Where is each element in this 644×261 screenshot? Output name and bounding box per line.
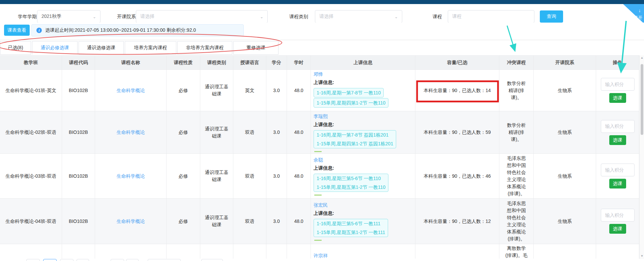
select-course-button[interactable]: 选课: [609, 179, 626, 188]
teacher-link[interactable]: 邓怿: [314, 71, 323, 78]
course-code-cell: [62, 244, 95, 259]
chevron-down-icon: ⌄: [260, 14, 263, 19]
pagination-button[interactable]: [77, 259, 89, 261]
scrollbar-thumb[interactable]: [641, 64, 643, 135]
category-placeholder: 请选择: [319, 13, 333, 20]
tab-2[interactable]: 通识必修选课: [32, 41, 78, 55]
schedule-line: 1-15单周,星期五第1-2节 一教111: [317, 228, 385, 237]
class-name-cell: 生命科学概论-04班-双语: [0, 199, 62, 244]
course-code-cell: BIO102B: [62, 199, 95, 244]
action-cell: [596, 244, 639, 259]
ribbon-label: 展开: [634, 15, 642, 20]
column-header-course-nature: 课程性质: [167, 56, 200, 70]
course-category-cell: 通识理工基础课: [200, 111, 233, 154]
search-button[interactable]: 查询: [540, 10, 563, 23]
conflict-cell: 毛泽东思想和中国特色社会主义理论体系概论(排课)。: [499, 199, 534, 244]
tab-5[interactable]: 非培养方案内课程: [177, 41, 232, 55]
table-row: 生命科学概论-01班-英文BIO102B生命科学概论必修通识理工基础课英文3.0…: [0, 70, 639, 111]
language-cell: [233, 244, 266, 259]
score-input[interactable]: 输入积分: [601, 78, 635, 91]
schedule-label: 上课信息:: [314, 165, 334, 172]
score-input[interactable]: 输入积分: [601, 120, 635, 133]
score-input[interactable]: 输入积分: [601, 209, 635, 222]
credits-cell: [266, 244, 287, 259]
course-name-cell: 生命科学概论: [95, 199, 167, 244]
credits-cell: 3.0: [266, 111, 287, 154]
scroll-up-icon[interactable]: ▲: [640, 56, 644, 59]
course-input-placeholder: 课程: [452, 13, 462, 20]
semester-select[interactable]: 2021秋季 ⌄: [37, 10, 100, 23]
notice-section: 课表查看 i 选课起止时间:2021-07-05 13:00:00~2021-0…: [0, 23, 644, 40]
pagination-button[interactable]: [43, 259, 57, 261]
course-name-link[interactable]: 生命科学概论: [117, 87, 145, 94]
course-name-link[interactable]: 生命科学概论: [117, 218, 145, 225]
credits-cell: 3.0: [266, 70, 287, 111]
pagination-button[interactable]: [201, 259, 223, 261]
semester-label: 学年学期: [18, 14, 37, 20]
course-name-cell: 生命科学概论: [95, 154, 167, 199]
course-label: 课程: [433, 14, 442, 20]
capacity-cell: 本科生容量：90，已选人数：14: [415, 70, 499, 111]
schedule-cell: 邓怿上课信息:1-16周,星期一第7-8节 一教1101-15单周,星期四第1-…: [311, 70, 415, 111]
conflict-cell: 数学分析精讲(排课)。: [499, 70, 534, 111]
department-cell: 生物系: [534, 154, 596, 199]
teacher-link[interactable]: 张宏民: [314, 202, 328, 209]
action-cell: 输入积分选课: [596, 154, 639, 199]
select-course-button[interactable]: 选课: [609, 135, 626, 145]
column-header-schedule: 上课信息: [311, 56, 415, 70]
credits-cell: 3.0: [266, 154, 287, 199]
pagination-button[interactable]: [148, 259, 181, 261]
column-header-class-name: 教学班: [0, 56, 62, 70]
course-name-link[interactable]: 生命科学概论: [117, 129, 145, 136]
teacher-link[interactable]: 余聪: [314, 156, 323, 164]
course-nature-cell: 必修: [167, 154, 200, 199]
pagination-button[interactable]: [26, 259, 40, 261]
table-header-row: 教学班课程代码课程名称课程性质课程类别授课语言学分学时上课信息容量/已选冲突课程…: [0, 56, 639, 70]
tab-6[interactable]: 重修选课: [233, 41, 279, 55]
course-nature-cell: 必修: [167, 111, 200, 154]
course-input[interactable]: 课程: [448, 10, 534, 23]
schedule-cell: 张宏民上课信息:1-16周,星期三第5-6节 一教1111-15单周,星期五第1…: [311, 199, 415, 244]
column-header-action: 操作: [596, 56, 639, 70]
expand-ribbon-button[interactable]: ↓ 展开: [623, 4, 644, 24]
tab-3[interactable]: 通识选修选课: [79, 41, 124, 55]
green-dash: [314, 240, 322, 241]
teacher-link[interactable]: 李瑞熙: [314, 113, 328, 120]
hours-cell: 48.0: [287, 154, 311, 199]
course-nature-cell: 必修: [167, 199, 200, 244]
department-select[interactable]: 请选择 ⌄: [136, 10, 268, 23]
course-table: 教学班课程代码课程名称课程性质课程类别授课语言学分学时上课信息容量/已选冲突课程…: [0, 55, 639, 259]
schedule-box: 1-15单周,星期四第1-2节 一教110: [314, 98, 388, 108]
table-scrollbar[interactable]: ▲ ▼: [639, 55, 644, 259]
course-code-cell: BIO102B: [62, 70, 95, 111]
chevron-down-icon: ⌄: [93, 14, 96, 19]
department-label: 开课院系: [117, 14, 136, 20]
schedule-label: 上课信息:: [314, 210, 334, 217]
schedule-line: 1-16周,星期三第5-6节 一教110: [317, 174, 385, 183]
tab-1[interactable]: 已选(8): [0, 41, 31, 55]
pagination-button[interactable]: [60, 259, 74, 261]
teacher-link[interactable]: 许宗祥: [314, 252, 328, 259]
column-header-department: 开课院系: [534, 56, 596, 70]
hours-cell: 48.0: [287, 70, 311, 111]
semester-value: 2021秋季: [41, 13, 61, 20]
course-code-cell: BIO102B: [62, 111, 95, 154]
schedule-line: 1-16周,星期一第7-8节 荔园1栋201: [317, 130, 393, 139]
pagination-button[interactable]: [111, 259, 124, 261]
score-input[interactable]: 输入积分: [601, 164, 635, 176]
tab-4[interactable]: 培养方案内课程: [125, 41, 176, 55]
schedule-label: 上课信息:: [314, 121, 334, 128]
course-name-link[interactable]: 生命科学概论: [117, 173, 145, 180]
select-course-button[interactable]: 选课: [609, 93, 626, 103]
select-course-button[interactable]: 选课: [609, 224, 626, 234]
pagination: [0, 259, 644, 261]
course-selection-page: 学年学期 2021秋季 ⌄ 开课院系 请选择 ⌄ 课程类别 请选择 ⌄ 课程 课…: [0, 0, 644, 261]
column-header-conflict: 冲突课程: [499, 56, 534, 70]
pagination-button[interactable]: [126, 259, 139, 261]
schedule-line: 1-15单周,星期四第1-2节 荔园1栋201: [317, 139, 393, 148]
class-name-cell: 生命科学概论-01班-英文: [0, 70, 62, 111]
timetable-view-button[interactable]: 课表查看: [4, 25, 30, 36]
scroll-down-icon[interactable]: ▼: [640, 254, 644, 258]
conflict-cell: 数学分析精讲(排课)。: [499, 111, 534, 154]
category-select[interactable]: 请选择 ⌄: [315, 10, 402, 23]
